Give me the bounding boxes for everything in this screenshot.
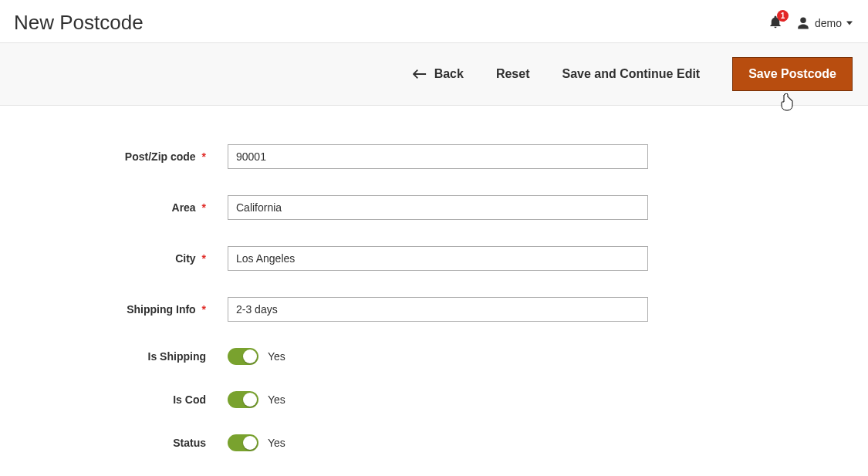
required-marker: * [202, 201, 206, 214]
area-input[interactable] [228, 195, 648, 220]
notifications-button[interactable]: 1 [768, 15, 782, 32]
toggle-knob [243, 393, 257, 407]
toggle-knob [243, 436, 257, 450]
postcode-input[interactable] [228, 144, 648, 169]
is-cod-label: Is Cod [15, 393, 228, 406]
user-menu[interactable]: demo [796, 16, 853, 30]
field-status: Status Yes [15, 434, 853, 451]
field-is-cod: Is Cod Yes [15, 391, 853, 408]
city-label: City [175, 252, 195, 265]
required-marker: * [202, 303, 206, 316]
is-shipping-label: Is Shipping [15, 350, 228, 363]
field-postcode: Post/Zip code * [15, 144, 853, 169]
field-shipping-info: Shipping Info * [15, 297, 853, 322]
required-marker: * [202, 150, 206, 163]
form: Post/Zip code * Area * City * Shipping I… [0, 106, 868, 476]
city-label-wrap: City * [15, 252, 228, 265]
notification-badge: 1 [777, 10, 789, 22]
username-label: demo [815, 17, 842, 29]
header: New Postcode 1 demo [0, 0, 868, 42]
chevron-down-icon [846, 20, 853, 26]
field-is-shipping: Is Shipping Yes [15, 348, 853, 365]
field-city: City * [15, 246, 853, 271]
area-label: Area [172, 201, 196, 214]
back-button[interactable]: Back [413, 67, 464, 81]
required-marker: * [202, 252, 206, 265]
is-shipping-toggle-wrap: Yes [228, 348, 285, 365]
postcode-label-wrap: Post/Zip code * [15, 150, 228, 163]
status-toggle-text: Yes [268, 437, 285, 449]
city-input[interactable] [228, 246, 648, 271]
shipping-info-label: Shipping Info [127, 303, 195, 316]
postcode-label: Post/Zip code [125, 150, 196, 163]
toolbar: Back Reset Save and Continue Edit Save P… [0, 42, 868, 106]
arrow-left-icon [413, 69, 427, 79]
is-shipping-toggle[interactable] [228, 348, 258, 365]
save-continue-button[interactable]: Save and Continue Edit [562, 67, 700, 81]
status-toggle[interactable] [228, 434, 258, 451]
reset-button[interactable]: Reset [496, 67, 530, 81]
area-label-wrap: Area * [15, 201, 228, 214]
back-label: Back [434, 67, 464, 81]
page-title: New Postcode [14, 11, 144, 35]
save-continue-label: Save and Continue Edit [562, 67, 700, 81]
user-icon [796, 16, 810, 30]
toggle-knob [243, 349, 257, 363]
field-area: Area * [15, 195, 853, 220]
save-postcode-button[interactable]: Save Postcode [732, 57, 853, 91]
reset-label: Reset [496, 67, 530, 81]
is-shipping-toggle-text: Yes [268, 350, 285, 363]
header-right: 1 demo [768, 15, 853, 32]
is-cod-toggle[interactable] [228, 391, 258, 408]
is-cod-toggle-text: Yes [268, 393, 285, 406]
is-cod-toggle-wrap: Yes [228, 391, 285, 408]
status-toggle-wrap: Yes [228, 434, 285, 451]
shipping-info-input[interactable] [228, 297, 648, 322]
shipping-info-label-wrap: Shipping Info * [15, 303, 228, 316]
status-label: Status [15, 437, 228, 449]
